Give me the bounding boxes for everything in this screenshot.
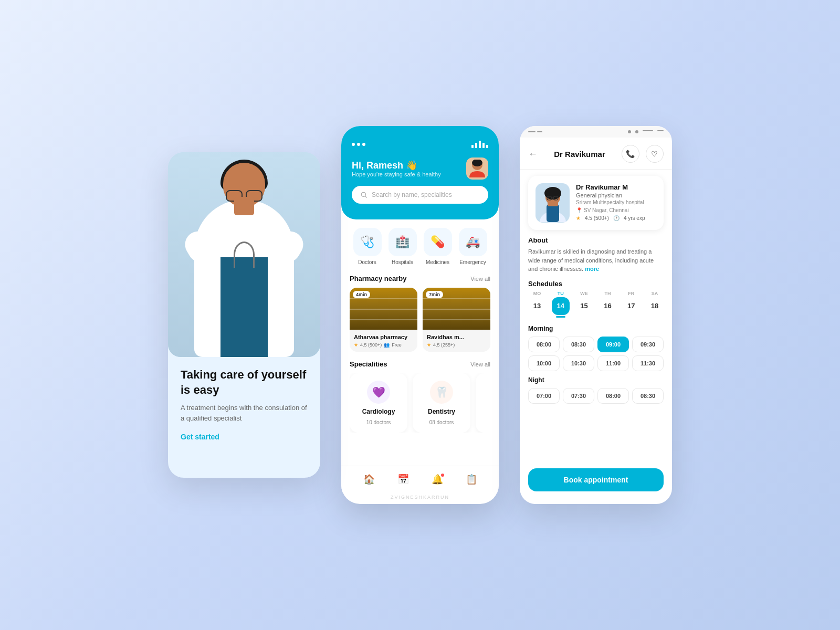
stethoscope-icon bbox=[234, 242, 255, 268]
more-link[interactable]: more bbox=[585, 266, 599, 272]
doctors-label: Doctors bbox=[358, 259, 376, 265]
schedules-heading: Schedules bbox=[528, 280, 664, 288]
nav-home[interactable]: 🏠 bbox=[363, 474, 375, 485]
dentistry-name: Dentistry bbox=[428, 408, 455, 415]
dentistry-icon: 🦷 bbox=[430, 381, 453, 404]
greeting-text: Hi, Ramesh 👋 bbox=[352, 160, 441, 171]
onboarding-subtitle: A treatment begins with the consulation … bbox=[181, 403, 308, 423]
call-button[interactable]: 📞 bbox=[622, 145, 639, 163]
slot-n0800[interactable]: 08:00 bbox=[597, 388, 629, 404]
hospitals-label: Hospitals bbox=[392, 259, 413, 265]
pharmacy-card-2[interactable]: 7min Ravidhas m... ★ 4.5 (255+) bbox=[423, 288, 490, 352]
time-badge-2: 7min bbox=[426, 291, 443, 298]
day-tu[interactable]: TU 14 bbox=[552, 291, 570, 318]
day-we[interactable]: WE 15 bbox=[575, 291, 593, 318]
about-text: Ravikumar is skilled in diagnosing and t… bbox=[528, 247, 664, 274]
header-actions: 📞 ♡ bbox=[622, 145, 664, 163]
sub-greeting: Hope you're staying safe & healthy bbox=[352, 171, 441, 177]
about-heading: About bbox=[528, 236, 664, 244]
speciality-pe[interactable]: 🌿 Pe... 12 c... bbox=[476, 373, 490, 433]
cardiology-count: 10 doctors bbox=[366, 419, 391, 425]
slot-1130[interactable]: 11:30 bbox=[632, 355, 664, 371]
greeting-block: Hi, Ramesh 👋 Hope you're staying safe & … bbox=[352, 160, 441, 177]
greeting-row: Hi, Ramesh 👋 Hope you're staying safe & … bbox=[352, 158, 488, 180]
slot-0900[interactable]: 09:00 bbox=[597, 337, 629, 352]
signal-bar-3 bbox=[479, 141, 481, 148]
favorite-button[interactable]: ♡ bbox=[646, 145, 664, 163]
pharmacy-delivery-1: Free bbox=[392, 342, 402, 348]
day-sa[interactable]: SA 18 bbox=[646, 291, 664, 318]
pharmacy-name-2: Ravidhas m... bbox=[427, 334, 486, 340]
slot-n0700[interactable]: 07:00 bbox=[528, 388, 560, 404]
category-emergency[interactable]: 🚑 Emergency bbox=[459, 228, 487, 265]
night-slots: 07:00 07:30 08:00 08:30 bbox=[528, 388, 664, 404]
signal-bar-4 bbox=[482, 143, 485, 148]
nav-notifications[interactable]: 🔔 bbox=[432, 474, 443, 485]
speciality-cardiology[interactable]: 💜 Cardiology 10 doctors bbox=[350, 373, 407, 433]
signal-bars bbox=[471, 141, 488, 148]
pharmacy-card-1[interactable]: 4min Atharvaa pharmacy ★ 4.5 (500+) 👥 Fr… bbox=[350, 288, 417, 352]
slot-0930[interactable]: 09:30 bbox=[632, 337, 664, 352]
search-placeholder: Search by name, specialities bbox=[372, 191, 452, 198]
slot-1000[interactable]: 10:00 bbox=[528, 355, 560, 371]
status-dot-3 bbox=[362, 143, 365, 146]
day-fr[interactable]: FR 17 bbox=[622, 291, 640, 318]
doctor-name: Dr Ravikumar M bbox=[576, 183, 656, 191]
search-icon bbox=[360, 191, 368, 198]
search-bar[interactable]: Search by name, specialities bbox=[352, 186, 488, 204]
day-mo[interactable]: MO 13 bbox=[528, 291, 546, 318]
morning-slots: 08:00 08:30 09:00 09:30 10:00 10:30 11:0… bbox=[528, 337, 664, 371]
doctor-hospital: Sriram Multispecialty hospital bbox=[576, 200, 656, 205]
category-hospitals[interactable]: 🏥 Hospitals bbox=[388, 228, 417, 265]
doctor-info: Dr Ravikumar M General physician Sriram … bbox=[576, 183, 656, 223]
book-button-container: Book appointment bbox=[520, 464, 672, 504]
delivery-icon: 👥 bbox=[384, 342, 390, 348]
user-avatar[interactable] bbox=[466, 158, 488, 180]
get-started-button[interactable]: Get started bbox=[181, 433, 308, 441]
slot-0800[interactable]: 08:00 bbox=[528, 337, 560, 352]
pharmacy-meta-2: ★ 4.5 (255+) bbox=[427, 342, 486, 348]
book-appointment-button[interactable]: Book appointment bbox=[528, 468, 664, 491]
doctor-detail-header: ← Dr Ravikumar 📞 ♡ bbox=[520, 138, 672, 170]
pharmacy-rating-1: 4.5 (500+) bbox=[360, 342, 382, 348]
cardiology-name: Cardiology bbox=[362, 408, 395, 415]
doctors-icon: 🩺 bbox=[353, 228, 382, 256]
signal-bar-1 bbox=[471, 145, 474, 148]
category-medicines[interactable]: 💊 Medicines bbox=[424, 228, 452, 265]
pharmacy-rating-2: 4.5 (255+) bbox=[433, 342, 455, 348]
system-topbar bbox=[520, 126, 672, 138]
doctor-avatar bbox=[536, 183, 570, 223]
slot-n0730[interactable]: 07:30 bbox=[563, 388, 594, 404]
slot-1100[interactable]: 11:00 bbox=[597, 355, 629, 371]
topbar-lines bbox=[528, 130, 542, 133]
doctor-info-card: Dr Ravikumar M General physician Sriram … bbox=[528, 176, 664, 230]
speciality-dentistry[interactable]: 🦷 Dentistry 08 doctors bbox=[413, 373, 470, 433]
onboarding-screen: Taking care of yourself is easy A treatm… bbox=[168, 152, 320, 478]
signal-bar-5 bbox=[486, 145, 488, 148]
pharmacy-meta-1: ★ 4.5 (500+) 👥 Free bbox=[354, 342, 413, 348]
day-label-mo: MO bbox=[533, 291, 541, 296]
day-th[interactable]: TH 16 bbox=[598, 291, 616, 318]
location-icon: 📍 bbox=[576, 207, 582, 213]
pharmacy-title: Pharmacy nearby bbox=[350, 275, 406, 282]
nav-calendar[interactable]: 📅 bbox=[397, 474, 409, 485]
slot-n0830[interactable]: 08:30 bbox=[632, 388, 664, 404]
specialities-view-all[interactable]: View all bbox=[470, 361, 490, 368]
nav-records[interactable]: 📋 bbox=[466, 474, 477, 485]
days-row: MO 13 TU 14 WE 15 TH 16 FR bbox=[528, 291, 664, 318]
day-label-sa: SA bbox=[652, 291, 658, 296]
svg-rect-7 bbox=[547, 204, 559, 222]
home-header: Hi, Ramesh 👋 Hope you're staying safe & … bbox=[341, 126, 499, 219]
hospitals-icon: 🏥 bbox=[388, 228, 417, 256]
svg-rect-10 bbox=[548, 200, 558, 206]
pharmacy-view-all[interactable]: View all bbox=[470, 276, 490, 282]
specialities-title: Specialities bbox=[350, 360, 387, 368]
doctor-neck bbox=[234, 197, 254, 215]
slot-0830[interactable]: 08:30 bbox=[563, 337, 594, 352]
day-num-tu: 14 bbox=[552, 297, 570, 315]
slot-1030[interactable]: 10:30 bbox=[563, 355, 594, 371]
dentistry-count: 08 doctors bbox=[429, 419, 454, 425]
category-doctors[interactable]: 🩺 Doctors bbox=[353, 228, 382, 265]
back-button[interactable]: ← bbox=[528, 149, 538, 160]
pharmacy-image-1: 4min bbox=[350, 288, 417, 330]
